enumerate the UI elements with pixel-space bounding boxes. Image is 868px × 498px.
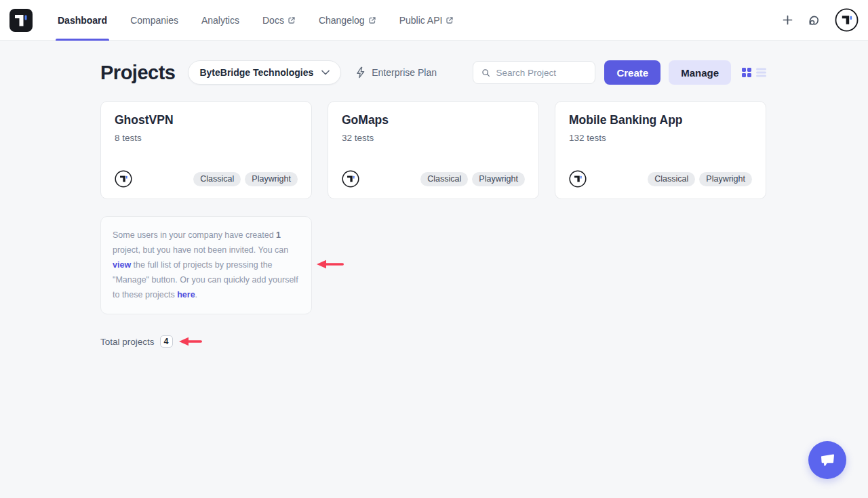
- plan-indicator: Enterprise Plan: [355, 66, 437, 79]
- create-button[interactable]: Create: [604, 60, 660, 85]
- project-name: GhostVPN: [115, 113, 298, 127]
- nav-item-changelog[interactable]: Changelog: [307, 0, 388, 41]
- total-projects-row: Total projects 4: [100, 335, 766, 348]
- search-box: [473, 61, 595, 84]
- nav-label: Public API: [399, 15, 443, 26]
- chevron-down-icon: [321, 70, 330, 75]
- nav-label: Changelog: [319, 15, 365, 26]
- project-tests-count: 132 tests: [569, 133, 752, 143]
- logo-t-icon: [9, 9, 33, 32]
- plan-label: Enterprise Plan: [372, 67, 437, 78]
- total-projects-count: 4: [160, 335, 173, 348]
- badge-classical: Classical: [420, 172, 468, 186]
- total-projects-label: Total projects: [100, 337, 155, 347]
- nav-item-companies[interactable]: Companies: [119, 0, 190, 41]
- notice-text: .: [195, 290, 197, 299]
- projects-header: Projects ByteBridge Technologies Enterpr…: [100, 60, 766, 85]
- nav-label: Docs: [262, 15, 284, 26]
- project-badges: Classical Playwright: [420, 172, 525, 186]
- project-card-ghostvpn[interactable]: GhostVPN 8 tests Classical Playwright: [100, 101, 312, 199]
- main-content: Projects ByteBridge Technologies Enterpr…: [100, 41, 766, 348]
- lightning-icon: [355, 66, 366, 79]
- plus-icon: [783, 15, 793, 25]
- badge-playwright: Playwright: [245, 172, 298, 186]
- avatar-t-icon: [835, 8, 859, 32]
- navbar-actions: [783, 8, 859, 32]
- view-link[interactable]: view: [113, 260, 131, 270]
- badge-playwright: Playwright: [472, 172, 525, 186]
- grid-view-icon: [742, 68, 751, 77]
- project-tests-count: 32 tests: [342, 133, 525, 143]
- project-logo-icon: [115, 170, 132, 188]
- nav-label: Companies: [130, 15, 178, 26]
- search-bubble-icon: [807, 14, 821, 27]
- project-card-footer: Classical Playwright: [569, 170, 752, 188]
- notice-row: Some users in your company have created …: [100, 216, 766, 314]
- nav-item-analytics[interactable]: Analytics: [190, 0, 251, 41]
- nav-item-public-api[interactable]: Public API: [388, 0, 466, 41]
- notice-text: Some users in your company have created: [113, 230, 276, 240]
- here-link[interactable]: here: [177, 290, 195, 299]
- nav-item-docs[interactable]: Docs: [251, 0, 307, 41]
- project-name: Mobile Banking App: [569, 113, 752, 127]
- chat-widget-button[interactable]: [808, 441, 846, 479]
- project-badges: Classical Playwright: [648, 172, 752, 186]
- nav-item-dashboard[interactable]: Dashboard: [46, 0, 119, 41]
- project-card-gomaps[interactable]: GoMaps 32 tests Classical Playwright: [328, 101, 539, 199]
- list-view-button[interactable]: [756, 68, 766, 77]
- project-badges: Classical Playwright: [193, 172, 298, 186]
- app-logo[interactable]: [9, 9, 33, 32]
- search-icon: [481, 68, 490, 78]
- feedback-search-button[interactable]: [807, 14, 821, 27]
- project-logo-icon: [342, 170, 359, 188]
- notice-text: the full list of projects by pressing th…: [113, 260, 298, 299]
- list-view-icon: [756, 68, 766, 77]
- main-nav: Dashboard Companies Analytics Docs Chang…: [46, 0, 465, 41]
- manage-button[interactable]: Manage: [669, 60, 731, 85]
- search-input[interactable]: [496, 68, 587, 78]
- page-title: Projects: [100, 62, 175, 84]
- badge-classical: Classical: [648, 172, 695, 186]
- annotation-arrow-total: [178, 337, 203, 346]
- project-logo-icon: [569, 170, 587, 188]
- notice-box: Some users in your company have created …: [100, 216, 312, 314]
- project-card-footer: Classical Playwright: [115, 170, 298, 188]
- nav-label: Analytics: [201, 15, 239, 26]
- top-navbar: Dashboard Companies Analytics Docs Chang…: [0, 0, 868, 41]
- projects-grid: GhostVPN 8 tests Classical Playwright Go…: [100, 101, 766, 199]
- badge-playwright: Playwright: [699, 172, 752, 186]
- project-card-footer: Classical Playwright: [342, 170, 525, 188]
- project-name: GoMaps: [342, 113, 525, 127]
- external-link-icon: [288, 16, 296, 24]
- view-toggle: [742, 68, 766, 77]
- nav-label: Dashboard: [58, 15, 107, 26]
- grid-view-button[interactable]: [742, 68, 751, 77]
- add-button[interactable]: [783, 15, 793, 25]
- company-selector[interactable]: ByteBridge Technologies: [188, 60, 341, 85]
- company-selector-value: ByteBridge Technologies: [199, 67, 313, 78]
- external-link-icon: [446, 16, 454, 24]
- notice-count: 1: [276, 230, 281, 240]
- chat-bubble-icon: [818, 451, 836, 469]
- project-tests-count: 8 tests: [115, 133, 298, 143]
- annotation-arrow-notice: [316, 260, 344, 269]
- notice-text: project, but you have not been invited. …: [113, 245, 288, 255]
- project-card-mobile-banking-app[interactable]: Mobile Banking App 132 tests Classical P…: [555, 101, 766, 199]
- user-avatar[interactable]: [835, 8, 859, 32]
- external-link-icon: [368, 16, 376, 24]
- badge-classical: Classical: [193, 172, 241, 186]
